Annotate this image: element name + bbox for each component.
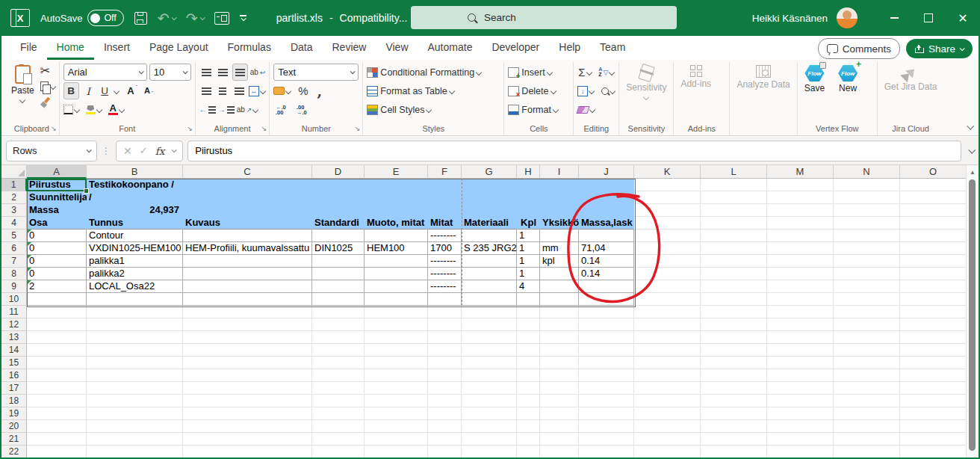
cell-O3[interactable] bbox=[900, 204, 967, 217]
cell-B1[interactable]: Testikokoonpano / bbox=[87, 179, 183, 191]
cell-A16[interactable] bbox=[27, 369, 87, 382]
cell-G19[interactable] bbox=[462, 407, 517, 420]
cell-M7[interactable] bbox=[767, 255, 834, 268]
tab-formulas[interactable]: Formulas bbox=[218, 36, 281, 60]
fill-button[interactable]: ↓ bbox=[577, 83, 594, 99]
customize-quick-access-button[interactable] bbox=[240, 15, 246, 21]
cell-I14[interactable] bbox=[540, 344, 579, 357]
cell-H21[interactable] bbox=[517, 433, 540, 446]
cell-A11[interactable] bbox=[27, 306, 87, 318]
cell-D21[interactable] bbox=[312, 433, 365, 446]
cell-J8[interactable]: 0.14 bbox=[579, 268, 634, 280]
cell-G21[interactable] bbox=[462, 433, 517, 446]
cell-I1[interactable] bbox=[540, 179, 579, 191]
cell-O17[interactable] bbox=[900, 382, 967, 395]
vertex-flow-new-button[interactable]: Flow+ New bbox=[835, 63, 860, 93]
cell-N2[interactable] bbox=[834, 191, 900, 204]
cell-O10[interactable] bbox=[900, 293, 967, 306]
cell-D18[interactable] bbox=[312, 395, 365, 407]
cell-C8[interactable] bbox=[183, 268, 312, 280]
cell-M10[interactable] bbox=[767, 293, 834, 306]
cell-G7[interactable] bbox=[462, 255, 517, 268]
cell-H12[interactable] bbox=[517, 318, 540, 331]
cell-D17[interactable] bbox=[312, 382, 365, 395]
cell-G18[interactable] bbox=[462, 395, 517, 407]
cell-I6[interactable]: mm bbox=[540, 242, 579, 255]
cell-I21[interactable] bbox=[540, 433, 579, 446]
cell-F3[interactable] bbox=[428, 204, 462, 217]
cell-K2[interactable] bbox=[634, 191, 701, 204]
cell-H15[interactable] bbox=[517, 357, 540, 369]
autosave-toggle[interactable]: AutoSave Off bbox=[40, 10, 124, 26]
cell-O12[interactable] bbox=[900, 318, 967, 331]
cell-L11[interactable] bbox=[701, 306, 767, 318]
tab-data[interactable]: Data bbox=[281, 36, 323, 60]
cell-K10[interactable] bbox=[634, 293, 701, 306]
cell-N18[interactable] bbox=[834, 395, 900, 407]
cell-O14[interactable] bbox=[900, 344, 967, 357]
row-header-17[interactable]: 17 bbox=[1, 382, 27, 395]
bold-button[interactable]: B bbox=[63, 82, 79, 99]
cell-K11[interactable] bbox=[634, 306, 701, 318]
cell-M8[interactable] bbox=[767, 268, 834, 280]
cell-H19[interactable] bbox=[517, 407, 540, 420]
cell-L7[interactable] bbox=[701, 255, 767, 268]
cell-N17[interactable] bbox=[834, 382, 900, 395]
fill-color-button[interactable] bbox=[86, 102, 102, 117]
cell-I7[interactable]: kpl bbox=[540, 255, 579, 268]
insert-cells-button[interactable]: Insert bbox=[508, 63, 558, 81]
cell-I9[interactable] bbox=[540, 280, 579, 293]
cell-B3[interactable]: 24,937 bbox=[87, 204, 183, 217]
cell-J3[interactable] bbox=[579, 204, 634, 217]
cell-H11[interactable] bbox=[517, 306, 540, 318]
cell-A14[interactable] bbox=[27, 344, 87, 357]
cell-K19[interactable] bbox=[634, 407, 701, 420]
cell-J22[interactable] bbox=[579, 446, 634, 458]
cell-K20[interactable] bbox=[634, 420, 701, 433]
underline-button[interactable]: U bbox=[98, 83, 112, 99]
cell-C13[interactable] bbox=[183, 331, 312, 344]
cell-N4[interactable] bbox=[834, 217, 900, 230]
cell-D19[interactable] bbox=[312, 407, 365, 420]
cell-M15[interactable] bbox=[767, 357, 834, 369]
cell-A3[interactable]: Massa bbox=[27, 204, 87, 217]
cell-E3[interactable] bbox=[365, 204, 428, 217]
cell-O4[interactable] bbox=[900, 217, 967, 230]
cell-B18[interactable] bbox=[87, 395, 183, 407]
cell-N3[interactable] bbox=[834, 204, 900, 217]
row-header-7[interactable]: 7 bbox=[1, 255, 27, 268]
cell-J16[interactable] bbox=[579, 369, 634, 382]
cell-K4[interactable] bbox=[634, 217, 701, 230]
cell-E16[interactable] bbox=[365, 369, 428, 382]
cell-O7[interactable] bbox=[900, 255, 967, 268]
column-header-A[interactable]: A bbox=[27, 165, 87, 179]
cell-C3[interactable] bbox=[183, 204, 312, 217]
cell-G4[interactable]: Materiaali bbox=[462, 217, 517, 230]
cell-K15[interactable] bbox=[634, 357, 701, 369]
cell-F17[interactable] bbox=[428, 382, 462, 395]
delete-cells-button[interactable]: Delete bbox=[508, 81, 558, 100]
cell-B9[interactable]: LOCAL_Osa22 bbox=[87, 280, 183, 293]
cell-A21[interactable] bbox=[27, 433, 87, 446]
cell-B8[interactable]: palikka2 bbox=[87, 268, 183, 280]
cell-B16[interactable] bbox=[87, 369, 183, 382]
cell-I13[interactable] bbox=[540, 331, 579, 344]
cell-F18[interactable] bbox=[428, 395, 462, 407]
dialog-launcher-icon[interactable]: ↘ bbox=[355, 125, 361, 132]
cell-D3[interactable] bbox=[312, 204, 365, 217]
cell-C21[interactable] bbox=[183, 433, 312, 446]
tab-file[interactable]: File bbox=[10, 36, 47, 60]
cell-G16[interactable] bbox=[462, 369, 517, 382]
enter-icon[interactable]: ✓ bbox=[140, 145, 148, 156]
cell-D6[interactable]: DIN1025 bbox=[312, 242, 365, 255]
cell-O1[interactable] bbox=[900, 179, 967, 191]
cell-H20[interactable] bbox=[517, 420, 540, 433]
cell-A12[interactable] bbox=[27, 318, 87, 331]
cell-L6[interactable] bbox=[701, 242, 767, 255]
conditional-formatting-button[interactable]: Conditional Formatting bbox=[367, 63, 481, 81]
cell-N13[interactable] bbox=[834, 331, 900, 344]
cell-F6[interactable]: 1700 bbox=[428, 242, 462, 255]
cell-N12[interactable] bbox=[834, 318, 900, 331]
cell-G11[interactable] bbox=[462, 306, 517, 318]
cell-G5[interactable] bbox=[462, 230, 517, 242]
